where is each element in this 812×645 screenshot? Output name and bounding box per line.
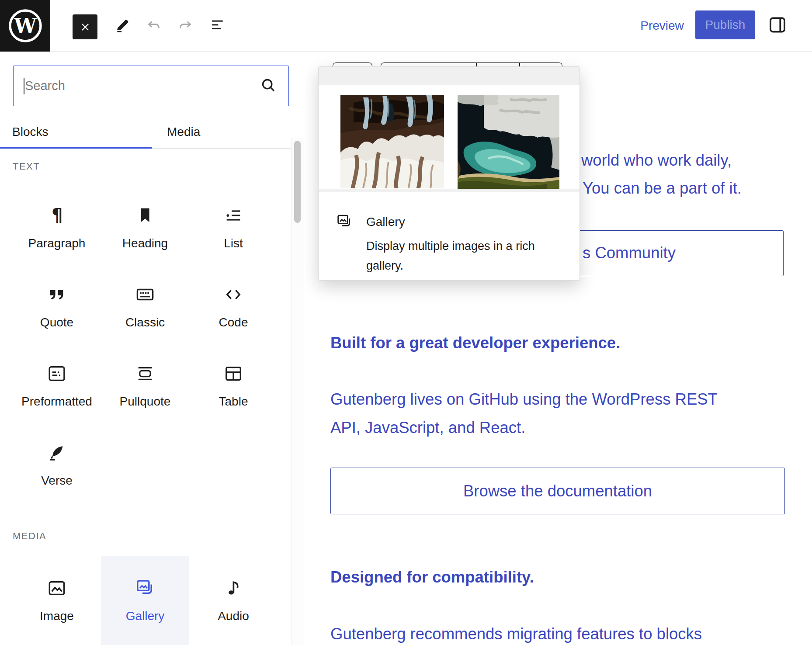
gallery-preview-image-glaciers (340, 95, 444, 188)
block-tile-label: List (224, 236, 243, 250)
block-preview-popover: Gallery Display multiple images in a ric… (318, 66, 580, 281)
block-tile-label: Paragraph (28, 236, 86, 250)
gallery-preview-image-coast (458, 95, 559, 190)
heading-icon (135, 205, 156, 226)
text-caret (24, 78, 24, 94)
block-tile-quote[interactable]: Quote (13, 267, 101, 346)
paragraph-text[interactable]: You can be a part of it. (583, 179, 742, 198)
block-tile-heading[interactable]: Heading (101, 188, 189, 267)
redo-button[interactable] (176, 15, 195, 35)
paragraph-text[interactable]: Gutenberg recommends migrating features … (330, 625, 702, 643)
block-tile-preformatted[interactable]: Preformatted (13, 346, 101, 425)
preformatted-icon (46, 363, 67, 384)
document-overview-button[interactable] (208, 15, 227, 35)
list-view-icon (208, 15, 227, 35)
community-button-label: s Community (583, 231, 676, 275)
popover-block-description: Display multiple images in a rich galler… (366, 236, 535, 276)
classic-icon (135, 284, 156, 305)
text-blocks-grid: ¶ParagraphHeadingListQuoteClassicCodePre… (13, 188, 278, 504)
redo-icon (176, 15, 195, 35)
section-label-text: TEXT (13, 161, 40, 172)
description-line: Display multiple images in a rich (366, 236, 535, 256)
code-icon (223, 284, 244, 305)
edit-mode-button[interactable] (113, 15, 132, 35)
close-inserter-button[interactable] (73, 14, 97, 39)
svg-text:¶: ¶ (52, 205, 63, 225)
block-tile-pullquote[interactable]: Pullquote (101, 346, 189, 425)
pencil-icon (113, 15, 132, 35)
block-tile-label: Gallery (126, 609, 165, 623)
tab-blocks[interactable]: Blocks (0, 117, 152, 147)
table-icon (223, 363, 244, 384)
block-tile-label: Image (40, 609, 74, 623)
heading-compatibility[interactable]: Designed for compatibility. (330, 568, 534, 586)
block-tile-verse[interactable]: Verse (13, 425, 101, 504)
section-label-media: MEDIA (13, 531, 46, 542)
preview-divider-strip (319, 189, 580, 192)
block-tile-label: Verse (41, 474, 73, 488)
paragraph-icon: ¶ (46, 205, 67, 226)
browse-documentation-button[interactable]: Browse the documentation (330, 468, 785, 514)
undo-button[interactable] (144, 15, 163, 35)
inserter-tabs: BlocksMedia (0, 117, 304, 147)
block-tile-classic[interactable]: Classic (101, 267, 189, 346)
block-tile-label: Preformatted (21, 395, 92, 409)
publish-button[interactable]: Publish (695, 10, 755, 39)
block-tile-label: Code (219, 316, 248, 329)
paragraph-text[interactable]: Gutenberg lives on GitHub using the Word… (330, 390, 718, 409)
block-tile-label: Audio (218, 609, 249, 623)
publish-button-label: Publish (705, 18, 746, 32)
search-icon (260, 76, 279, 96)
sidebar-toggle-icon (768, 15, 787, 35)
close-icon (76, 17, 95, 37)
gutenberg-editor: W Preview Publish Bl (0, 0, 812, 645)
block-tile-label: Table (219, 395, 248, 409)
top-toolbar: W Preview Publish (0, 0, 812, 52)
block-tile-image[interactable]: Image (13, 556, 101, 645)
popover-block-title: Gallery (366, 215, 405, 229)
settings-sidebar-toggle-button[interactable] (768, 16, 787, 34)
block-tile-list[interactable]: List (189, 188, 278, 267)
sidebar-scrollbar-thumb[interactable] (294, 141, 301, 223)
wordpress-logo[interactable]: W (0, 0, 50, 52)
gallery-icon (336, 213, 355, 232)
wordpress-logo-icon: W (7, 8, 43, 44)
quote-icon (46, 284, 67, 305)
preview-button[interactable]: Preview (636, 13, 688, 38)
svg-text:W: W (14, 14, 37, 38)
block-inserter-panel: BlocksMedia TEXT ¶ParagraphHeadingListQu… (0, 52, 304, 645)
tab-media[interactable]: Media (152, 117, 304, 147)
editor-canvas: world who work daily, You can be a part … (304, 52, 812, 645)
media-blocks-grid: ImageGalleryAudio (13, 556, 278, 645)
heading-developer-experience[interactable]: Built for a great developer experience. (330, 334, 620, 352)
preview-header-strip (319, 67, 580, 85)
audio-icon (223, 578, 244, 599)
block-tile-table[interactable]: Table (189, 346, 278, 425)
image-icon (46, 578, 67, 599)
block-tile-label: Quote (40, 316, 73, 329)
description-line: gallery. (366, 256, 535, 276)
docs-button-label: Browse the documentation (463, 482, 652, 500)
undo-icon (144, 15, 163, 35)
block-tile-label: Classic (125, 316, 165, 329)
block-tile-label: Heading (122, 236, 168, 250)
block-tile-code[interactable]: Code (189, 267, 278, 346)
pullquote-icon (135, 363, 156, 384)
block-tile-audio[interactable]: Audio (189, 556, 278, 645)
block-tile-gallery[interactable]: Gallery (101, 556, 189, 645)
list-icon (223, 205, 244, 226)
block-tile-label: Pullquote (120, 395, 171, 409)
block-search-box[interactable] (13, 66, 289, 106)
gallery-icon (135, 578, 156, 599)
paragraph-text[interactable]: API, JavaScript, and React. (330, 419, 525, 437)
block-tile-paragraph[interactable]: ¶Paragraph (13, 188, 101, 267)
verse-icon (46, 442, 67, 463)
search-input[interactable] (24, 66, 256, 106)
active-tab-underline (0, 147, 152, 149)
paragraph-text[interactable]: world who work daily, (581, 151, 732, 170)
